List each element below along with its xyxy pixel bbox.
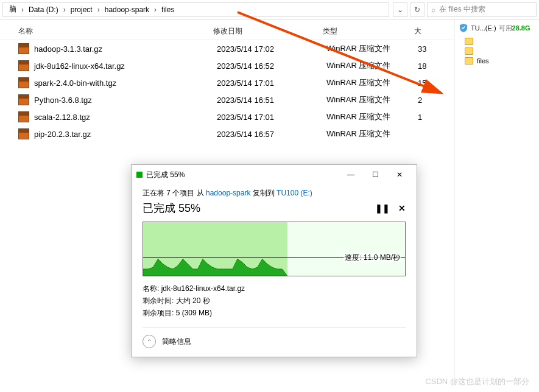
file-size: 18 — [418, 61, 454, 71]
source-link[interactable]: hadoop-spark — [206, 189, 250, 197]
search-placeholder: 在 files 中搜索 — [439, 4, 485, 15]
dialog-titlebar[interactable]: 已完成 55% — ☐ ✕ — [132, 165, 417, 184]
shield-icon — [459, 23, 468, 33]
available-value: 28.8G — [512, 24, 530, 32]
breadcrumb[interactable]: 脑 › Data (D:) › project › hadoop-spark ›… — [2, 2, 389, 17]
file-date: 2023/5/14 16:52 — [217, 61, 326, 71]
progress-text: 已完成 55% — [143, 201, 200, 215]
folder-icon — [465, 57, 473, 65]
file-date: 2023/5/14 16:57 — [217, 130, 326, 139]
drive-name: TU...(E:) — [471, 24, 496, 32]
available-label: 可用 — [499, 24, 512, 33]
file-date: 2023/5/14 17:01 — [217, 113, 326, 122]
chevron-up-icon: ⌃ — [143, 335, 156, 348]
side-folder[interactable]: files — [465, 57, 535, 65]
throughput-chart: 速度: 11.0 MB/秒 — [143, 222, 406, 276]
refresh-button[interactable]: ↻ — [410, 2, 425, 17]
file-type: WinRAR 压缩文件 — [326, 111, 418, 122]
cancel-button[interactable]: ✕ — [398, 203, 406, 213]
fewer-details-toggle[interactable]: ⌃ 简略信息 — [143, 327, 406, 348]
file-row[interactable]: hadoop-3.1.3.tar.gz2023/5/14 17:02WinRAR… — [0, 40, 454, 57]
file-date: 2023/5/14 17:01 — [217, 79, 326, 88]
chevron-right-icon: › — [153, 5, 158, 14]
crumb-computer[interactable]: 脑 — [5, 4, 20, 15]
file-size: 2 — [418, 96, 454, 105]
chevron-right-icon: › — [96, 5, 101, 14]
search-input[interactable]: ⌕ 在 files 中搜索 — [427, 2, 537, 17]
column-header-name[interactable]: 名称 — [18, 26, 213, 37]
file-name: Python-3.6.8.tgz — [34, 96, 217, 105]
more-info-label: 简略信息 — [162, 337, 191, 347]
file-size: 33 — [418, 44, 454, 54]
side-panel: TU...(E:) 可用 28.8G files — [454, 19, 539, 385]
side-folder[interactable] — [465, 38, 535, 45]
crumb-drive[interactable]: Data (D:) — [25, 5, 62, 14]
folder-icon — [465, 38, 473, 45]
copy-time-remaining: 剩余时间: 大约 20 秒 — [143, 296, 406, 306]
file-row[interactable]: jdk-8u162-linux-x64.tar.gz2023/5/14 16:5… — [0, 57, 454, 74]
file-row[interactable]: pip-20.2.3.tar.gz2023/5/14 16:57WinRAR 压… — [0, 125, 454, 142]
file-type: WinRAR 压缩文件 — [326, 43, 418, 54]
crumb-hadoop-spark[interactable]: hadoop-spark — [101, 5, 153, 14]
archive-icon — [18, 60, 29, 71]
minimize-button[interactable]: — — [339, 166, 363, 183]
column-header-date[interactable]: 修改日期 — [213, 26, 323, 37]
file-name: scala-2.12.8.tgz — [34, 113, 217, 122]
search-icon: ⌕ — [431, 5, 435, 14]
speed-label: 速度: 11.0 MB/秒 — [343, 253, 401, 263]
side-folder[interactable] — [465, 47, 535, 55]
copy-progress-icon — [136, 172, 143, 178]
file-name: hadoop-3.1.3.tar.gz — [34, 44, 217, 54]
file-name: pip-20.2.3.tar.gz — [34, 130, 217, 139]
archive-icon — [18, 43, 29, 54]
file-size: 15 — [418, 79, 454, 88]
drive-info[interactable]: TU...(E:) 可用 28.8G — [459, 23, 535, 33]
archive-icon — [18, 111, 29, 122]
address-bar: 脑 › Data (D:) › project › hadoop-spark ›… — [0, 0, 539, 19]
crumb-project[interactable]: project — [67, 5, 96, 14]
file-row[interactable]: scala-2.12.8.tgz2023/5/14 17:01WinRAR 压缩… — [0, 108, 454, 125]
file-type: WinRAR 压缩文件 — [326, 94, 418, 105]
dropdown-history-button[interactable]: ⌄ — [393, 2, 407, 17]
folder-label: files — [477, 57, 489, 65]
file-date: 2023/5/14 17:02 — [217, 44, 326, 54]
copy-dialog: 已完成 55% — ☐ ✕ 正在将 7 个项目 从 hadoop-spark 复… — [131, 164, 417, 357]
file-row[interactable]: spark-2.4.0-bin-with.tgz2023/5/14 17:01W… — [0, 74, 454, 91]
copy-items-remaining: 剩余项目: 5 (309 MB) — [143, 308, 406, 318]
dialog-title: 已完成 55% — [146, 170, 339, 180]
copy-filename: 名称: jdk-8u162-linux-x64.tar.gz — [143, 284, 406, 294]
folder-icon — [465, 47, 473, 55]
dest-link[interactable]: TU100 (E:) — [277, 189, 312, 197]
pause-button[interactable]: ❚❚ — [375, 203, 390, 213]
file-type: WinRAR 压缩文件 — [326, 77, 418, 88]
maximize-button[interactable]: ☐ — [363, 166, 387, 183]
column-header-type[interactable]: 类型 — [323, 26, 414, 37]
file-size: 1 — [418, 113, 454, 122]
crumb-files[interactable]: files — [158, 5, 178, 14]
copy-message: 正在将 7 个项目 从 hadoop-spark 复制到 TU100 (E:) — [143, 188, 406, 198]
archive-icon — [18, 94, 29, 105]
column-header-row: 名称 修改日期 类型 大 — [0, 23, 454, 40]
chevron-right-icon: › — [20, 5, 25, 14]
chevron-right-icon: › — [62, 5, 67, 14]
column-header-size[interactable]: 大 — [414, 26, 451, 37]
file-type: WinRAR 压缩文件 — [326, 60, 418, 71]
file-name: jdk-8u162-linux-x64.tar.gz — [34, 61, 217, 71]
archive-icon — [18, 128, 29, 139]
file-date: 2023/5/14 16:51 — [217, 96, 326, 105]
file-name: spark-2.4.0-bin-with.tgz — [34, 79, 217, 88]
archive-icon — [18, 77, 29, 88]
watermark: CSDN @这也是计划的一部分 — [425, 376, 529, 387]
close-button[interactable]: ✕ — [387, 166, 412, 183]
file-type: WinRAR 压缩文件 — [326, 128, 418, 139]
file-row[interactable]: Python-3.6.8.tgz2023/5/14 16:51WinRAR 压缩… — [0, 91, 454, 108]
